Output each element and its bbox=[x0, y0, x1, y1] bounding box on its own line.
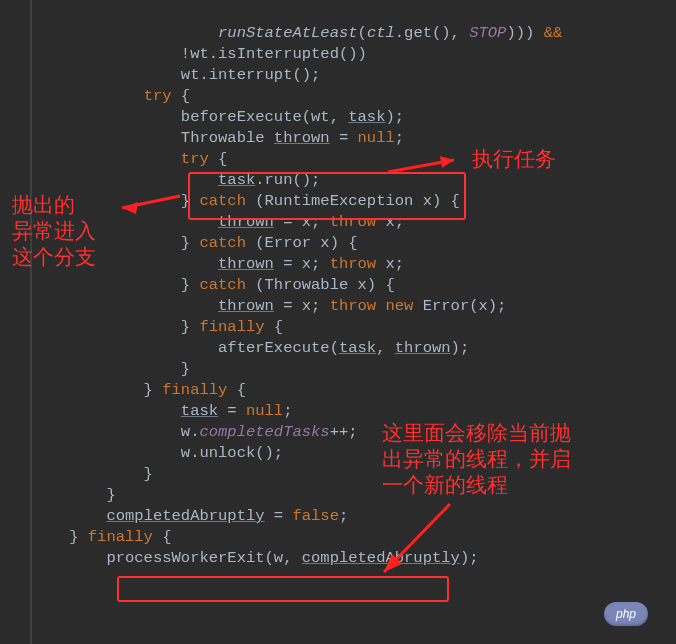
code-editor[interactable]: runStateAtLeast(ctl.get(), STOP))) && !w… bbox=[0, 0, 676, 644]
code-line: } finally { bbox=[32, 528, 172, 546]
code-line: thrown = x; throw x; bbox=[32, 213, 404, 231]
code-line: processWorkerExit(w, completedAbruptly); bbox=[32, 549, 479, 567]
highlight-process-worker-exit bbox=[117, 576, 449, 602]
code-line: try { bbox=[32, 150, 227, 168]
php-badge: php bbox=[604, 602, 648, 626]
code-line: afterExecute(task, thrown); bbox=[32, 339, 469, 357]
code-line: try { bbox=[32, 87, 190, 105]
code-line: completedAbruptly = false; bbox=[32, 507, 348, 525]
code-line: task.run(); bbox=[32, 171, 320, 189]
code-line: Throwable thrown = null; bbox=[32, 129, 404, 147]
code-line: } bbox=[32, 360, 190, 378]
code-line: runStateAtLeast(ctl.get(), STOP))) && bbox=[32, 24, 562, 42]
code-line: } catch (RuntimeException x) { bbox=[32, 192, 460, 210]
code-line: task = null; bbox=[32, 402, 292, 420]
code-line: thrown = x; throw new Error(x); bbox=[32, 297, 506, 315]
code-line: } bbox=[32, 486, 116, 504]
code-line: thrown = x; throw x; bbox=[32, 255, 404, 273]
code-line: wt.interrupt(); bbox=[32, 66, 320, 84]
code-line: } finally { bbox=[32, 381, 246, 399]
code-line: } catch (Error x) { bbox=[32, 234, 358, 252]
code-line: } bbox=[32, 465, 153, 483]
code-area: runStateAtLeast(ctl.get(), STOP))) && !w… bbox=[32, 0, 676, 569]
code-line: } finally { bbox=[32, 318, 283, 336]
code-line: } catch (Throwable x) { bbox=[32, 276, 395, 294]
code-line: !wt.isInterrupted()) bbox=[32, 45, 367, 63]
code-line: w.completedTasks++; bbox=[32, 423, 358, 441]
code-line: beforeExecute(wt, task); bbox=[32, 108, 404, 126]
code-line: w.unlock(); bbox=[32, 444, 283, 462]
